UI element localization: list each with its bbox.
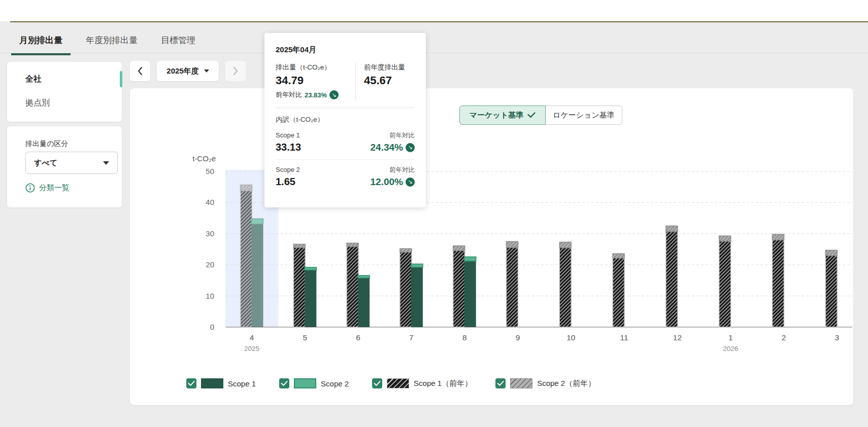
tab-yearly-emissions[interactable]: 年度別排出量 xyxy=(78,30,146,54)
legend-checkbox[interactable] xyxy=(279,378,289,388)
tab-target-management[interactable]: 目標管理 xyxy=(153,30,204,54)
x-tick-label: 3 xyxy=(834,333,839,342)
bar-scope1-prev-12[interactable] xyxy=(666,232,678,327)
bar-scope2-prev-12[interactable] xyxy=(666,226,678,231)
sidebar-item-company-wide[interactable]: 全社 xyxy=(25,62,122,85)
month-bar-group[interactable] xyxy=(719,236,731,327)
check-icon xyxy=(281,380,288,386)
bar-scope2-4[interactable] xyxy=(252,219,263,224)
bar-scope2-prev-2[interactable] xyxy=(773,234,784,240)
month-bar-group[interactable] xyxy=(347,243,370,327)
sidebar-item-by-location[interactable]: 拠点別 xyxy=(25,98,122,109)
legend-item: Scope 1（前年） xyxy=(372,378,472,388)
category-dropdown[interactable]: すべて xyxy=(25,152,118,174)
scope2-yoy-value: 12.00% xyxy=(371,176,403,188)
x-tick-label: 7 xyxy=(409,333,414,342)
bar-scope1-4[interactable] xyxy=(252,224,263,327)
legend-swatch-scope1 xyxy=(201,378,223,388)
month-bar-group[interactable] xyxy=(293,244,316,327)
bar-scope1-prev-5[interactable] xyxy=(293,247,305,327)
bar-scope2-prev-4[interactable] xyxy=(241,185,252,191)
classification-list-link[interactable]: 分類一覧 xyxy=(25,183,70,193)
bar-scope1-7[interactable] xyxy=(411,267,423,327)
bar-scope2-5[interactable] xyxy=(305,267,316,270)
scope1-yoy-value: 24.34% xyxy=(371,142,403,153)
legend-checkbox[interactable] xyxy=(186,378,196,388)
monthly-chart-card: マーケット基準 ロケーション基準 01020304050t-CO₂e456789… xyxy=(130,88,853,405)
check-icon xyxy=(497,380,504,386)
scope2-value: 1.65 xyxy=(276,176,295,188)
prev-year-button[interactable] xyxy=(130,61,150,81)
x-tick-label: 2 xyxy=(782,333,786,342)
bar-scope2-6[interactable] xyxy=(358,275,370,278)
x-tick-label: 9 xyxy=(516,333,520,342)
monthly-emissions-chart[interactable]: 01020304050t-CO₂e45678910111212320252026 xyxy=(130,88,853,405)
year-selector-button[interactable]: 2025年度 xyxy=(157,61,219,81)
bar-scope1-prev-2[interactable] xyxy=(773,240,784,327)
bar-scope2-prev-9[interactable] xyxy=(507,241,518,247)
bar-scope1-prev-8[interactable] xyxy=(453,251,465,327)
info-icon xyxy=(25,183,35,193)
y-tick-label: 20 xyxy=(206,260,214,269)
chevron-down-icon xyxy=(204,69,209,73)
chart-tooltip: 2025年04月 排出量（t-CO₂e） 34.79 前年対比 23.83% ↘… xyxy=(264,33,426,207)
legend-item: Scope 2 xyxy=(279,378,349,388)
bar-scope1-prev-9[interactable] xyxy=(507,247,518,327)
bar-scope1-6[interactable] xyxy=(358,278,370,327)
bar-scope2-prev-3[interactable] xyxy=(825,250,837,255)
month-bar-group[interactable] xyxy=(400,248,423,327)
month-bar-group[interactable] xyxy=(613,254,624,327)
legend-checkbox[interactable] xyxy=(372,378,382,388)
month-bar-group[interactable] xyxy=(773,234,784,327)
month-bar-group[interactable] xyxy=(507,241,518,327)
bar-scope1-prev-4[interactable] xyxy=(241,191,252,327)
bar-scope2-prev-11[interactable] xyxy=(613,254,624,258)
x-tick-label: 6 xyxy=(356,333,360,342)
bar-scope1-prev-7[interactable] xyxy=(400,252,412,327)
chevron-right-icon xyxy=(232,66,239,76)
bar-scope2-prev-7[interactable] xyxy=(400,248,412,252)
prev-year-emission-value: 45.67 xyxy=(364,74,405,87)
decrease-arrow-icon: ↘ xyxy=(329,90,339,99)
legend-label: Scope 2 xyxy=(321,379,349,388)
x-year-label: 2025 xyxy=(244,345,259,352)
month-bar-group[interactable] xyxy=(825,250,837,327)
bar-scope1-prev-11[interactable] xyxy=(613,258,624,327)
bar-scope1-8[interactable] xyxy=(464,261,476,327)
bar-scope1-prev-6[interactable] xyxy=(347,246,358,327)
check-icon xyxy=(374,380,381,386)
bar-scope2-prev-10[interactable] xyxy=(559,242,571,247)
bar-scope1-prev-3[interactable] xyxy=(825,256,837,327)
legend-label: Scope 1 xyxy=(228,379,256,388)
tab-monthly-emissions[interactable]: 月別排出量 xyxy=(11,30,71,54)
next-year-button[interactable] xyxy=(225,61,246,81)
row-separator xyxy=(276,159,415,160)
emission-label: 排出量（t-CO₂e） xyxy=(276,63,350,72)
chart-legend: Scope 1Scope 2Scope 1（前年）Scope 2（前年） xyxy=(186,378,595,388)
legend-item: Scope 1 xyxy=(186,378,256,388)
scope2-name: Scope 2 xyxy=(276,166,300,174)
scope-selector-card: 全社 拠点別 xyxy=(7,62,122,122)
month-bar-group[interactable] xyxy=(666,226,678,327)
chevron-down-icon xyxy=(103,161,109,165)
bar-scope1-prev-1[interactable] xyxy=(719,241,731,327)
bar-scope2-prev-1[interactable] xyxy=(719,236,731,241)
tab-bar: 月別排出量 年度別排出量 目標管理 xyxy=(11,30,204,54)
month-bar-group[interactable] xyxy=(453,246,476,327)
bar-scope1-5[interactable] xyxy=(305,270,316,327)
y-tick-label: 40 xyxy=(206,198,214,206)
tab-track-line xyxy=(0,53,868,53)
prev-year-emission-label: 前年度排出量 xyxy=(364,63,405,72)
bar-scope1-prev-10[interactable] xyxy=(559,247,571,327)
decrease-arrow-icon: ↘ xyxy=(406,177,415,187)
bar-scope2-7[interactable] xyxy=(411,264,423,267)
scope1-value: 33.13 xyxy=(276,141,301,153)
check-icon xyxy=(188,380,195,386)
x-tick-label: 1 xyxy=(728,333,733,342)
bar-scope2-prev-6[interactable] xyxy=(347,243,358,246)
bar-scope2-prev-5[interactable] xyxy=(293,244,305,247)
bar-scope2-prev-8[interactable] xyxy=(453,246,465,251)
legend-checkbox[interactable] xyxy=(495,378,506,388)
bar-scope2-8[interactable] xyxy=(464,257,476,261)
month-bar-group[interactable] xyxy=(559,242,571,327)
